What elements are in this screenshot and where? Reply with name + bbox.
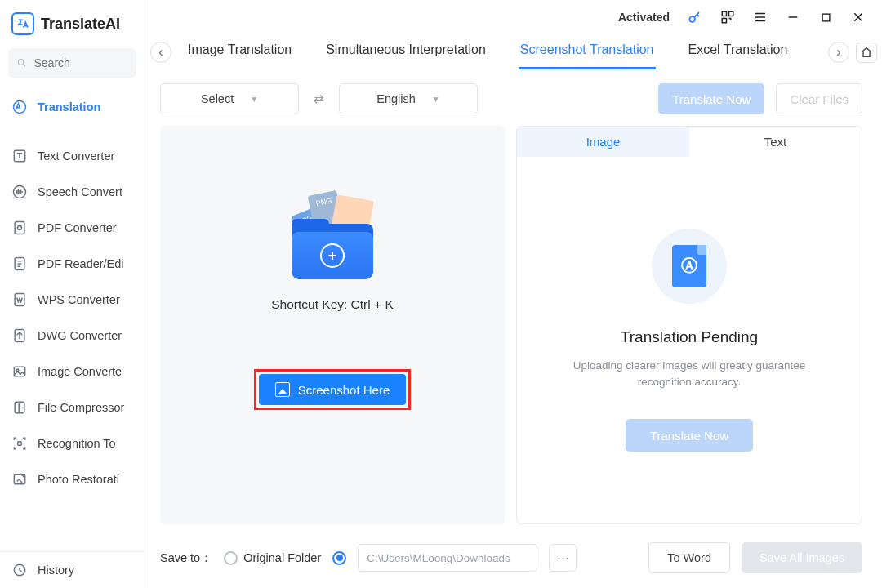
image-icon (275, 382, 290, 397)
tabs-prev-button[interactable]: ‹ (150, 42, 172, 63)
document-icon: Ⓐ (672, 245, 706, 287)
nav-wps-converter[interactable]: WPS Converter (0, 282, 145, 318)
controls-row: Select ▼ ⇄ English ▼ Translate Now Clear… (145, 70, 882, 126)
swap-languages-button[interactable]: ⇄ (310, 91, 327, 106)
svg-point-5 (18, 226, 22, 230)
chevron-down-icon: ▼ (432, 95, 440, 104)
nav-label: Translation (38, 100, 100, 114)
titlebar: Activated (145, 0, 882, 34)
upload-panel: JPG PNG + Shortcut Key: Ctrl + K Screens… (160, 126, 505, 524)
nav-list: Translation Text Converter Speech Conver… (0, 89, 145, 497)
minimize-button[interactable] (784, 8, 802, 26)
sidebar: TranslateAI Translation Text Converter S… (0, 0, 145, 588)
to-word-button[interactable]: To Word (648, 542, 730, 573)
save-all-images-button[interactable]: Save All Images (742, 542, 862, 573)
qr-icon[interactable] (719, 8, 737, 26)
main-area: Activated ‹ Image Translation Simultaneo… (145, 0, 882, 588)
svg-rect-17 (729, 11, 733, 16)
save-to-label: Save to： (160, 550, 212, 566)
nav-image-converter[interactable]: Image Converte (0, 354, 145, 390)
content: JPG PNG + Shortcut Key: Ctrl + K Screens… (145, 126, 882, 532)
nav-label: File Compressor (38, 401, 124, 414)
tab-simultaneous-interpretation[interactable]: Simultaneous Interpretation (324, 34, 488, 69)
nav-label: WPS Converter (38, 293, 120, 306)
menu-icon[interactable] (751, 8, 769, 26)
clear-files-button[interactable]: Clear Files (776, 83, 862, 114)
result-panel: Image Text Ⓐ Translation Pending Uploadi… (516, 126, 862, 524)
browse-button[interactable]: ⋯ (549, 544, 577, 572)
search-input[interactable] (8, 48, 136, 78)
nav-photo-restoration[interactable]: Photo Restorati (0, 461, 145, 497)
search-field[interactable] (33, 56, 128, 69)
pending-illustration: Ⓐ (652, 229, 727, 304)
activation-status: Activated (618, 11, 670, 24)
nav-label: Recognition To (38, 437, 116, 450)
svg-rect-18 (722, 19, 726, 23)
nav-file-compressor[interactable]: File Compressor (0, 390, 145, 425)
nav-label: Speech Convert (38, 185, 122, 198)
target-language-select[interactable]: English ▼ (339, 83, 478, 114)
svg-point-0 (18, 60, 24, 65)
nav-history[interactable]: History (0, 551, 145, 588)
radio-label: Original Folder (243, 551, 321, 564)
select-value: Select (201, 92, 234, 105)
svg-rect-9 (14, 367, 24, 376)
nav-recognition-tool[interactable]: Recognition To (0, 425, 145, 461)
select-value: English (376, 92, 416, 105)
app-name: TranslateAI (41, 16, 120, 33)
nav-label: Image Converte (38, 365, 122, 378)
highlight-box: Screenshot Here (254, 369, 412, 410)
tabs-next-button[interactable]: › (828, 42, 849, 63)
custom-folder-radio[interactable] (332, 551, 346, 565)
pending-description: Uploading clearer images will greatly gu… (555, 358, 824, 390)
close-button[interactable] (849, 8, 867, 26)
nav-label: PDF Converter (38, 221, 117, 234)
translate-now-result-button[interactable]: Translate Now (626, 419, 753, 452)
tab-image-translation[interactable]: Image Translation (186, 34, 293, 69)
nav-dwg-converter[interactable]: DWG Converter (0, 318, 145, 354)
radio-icon (224, 551, 238, 565)
pending-title: Translation Pending (621, 328, 758, 346)
nav-text-converter[interactable]: Text Converter (0, 138, 145, 174)
app-logo: TranslateAI (0, 8, 145, 45)
translate-now-button[interactable]: Translate Now (658, 83, 764, 114)
nav-translation[interactable]: Translation (0, 89, 145, 125)
tab-excel-translation[interactable]: Excel Translation (687, 34, 790, 69)
maximize-button[interactable] (817, 8, 835, 26)
key-icon[interactable] (686, 8, 704, 26)
subtab-text[interactable]: Text (689, 127, 862, 157)
result-subtabs: Image Text (517, 127, 862, 157)
svg-rect-16 (722, 11, 726, 16)
tab-screenshot-translation[interactable]: Screenshot Translation (519, 34, 656, 69)
chevron-down-icon: ▼ (250, 95, 258, 104)
screenshot-here-button[interactable]: Screenshot Here (259, 374, 407, 405)
nav-speech-convert[interactable]: Speech Convert (0, 174, 145, 210)
nav-label: Photo Restorati (38, 473, 119, 486)
svg-rect-4 (15, 222, 24, 234)
button-label: Screenshot Here (298, 383, 390, 397)
source-language-select[interactable]: Select ▼ (160, 83, 299, 114)
logo-icon (11, 12, 34, 35)
svg-rect-19 (822, 14, 830, 21)
radio-icon (332, 551, 346, 565)
subtab-image[interactable]: Image (517, 127, 689, 157)
nav-label: PDF Reader/Edi (38, 257, 124, 270)
shortcut-hint: Shortcut Key: Ctrl + K (271, 297, 393, 312)
home-button[interactable] (856, 42, 877, 63)
svg-point-12 (18, 442, 22, 446)
folder-illustration: JPG PNG + (283, 189, 381, 279)
nav-pdf-reader[interactable]: PDF Reader/Edi (0, 246, 145, 282)
nav-pdf-converter[interactable]: PDF Converter (0, 210, 145, 246)
original-folder-radio[interactable]: Original Folder (224, 551, 321, 565)
svg-point-15 (689, 16, 695, 22)
nav-label: DWG Converter (38, 329, 122, 342)
save-path-field[interactable]: C:\Users\MLoong\Downloads (358, 544, 537, 572)
tabs-row: ‹ Image Translation Simultaneous Interpr… (145, 34, 882, 70)
nav-label: History (38, 564, 74, 577)
nav-label: Text Converter (38, 149, 114, 163)
plus-icon: + (320, 243, 345, 268)
footer: Save to： Original Folder C:\Users\MLoong… (145, 532, 882, 588)
